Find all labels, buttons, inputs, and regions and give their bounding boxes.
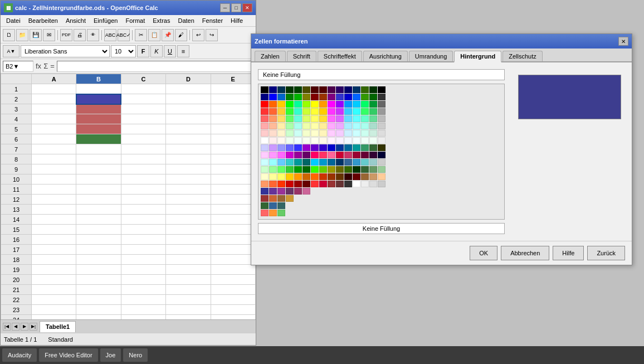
color-swatch[interactable]	[336, 159, 344, 166]
color-swatch[interactable]	[261, 123, 269, 129]
color-swatch[interactable]	[303, 115, 310, 122]
color-swatch[interactable]	[294, 159, 302, 166]
tab-hintergrund[interactable]: Hintergrund	[454, 51, 501, 62]
color-swatch[interactable]	[294, 137, 302, 144]
color-swatch[interactable]	[303, 94, 310, 100]
color-swatch[interactable]	[286, 144, 294, 151]
color-swatch[interactable]	[353, 86, 360, 93]
menu-einfuegen[interactable]: Einfügen	[90, 16, 121, 25]
formula-input[interactable]	[57, 61, 253, 72]
menu-daten[interactable]: Daten	[174, 16, 197, 25]
color-swatch[interactable]	[353, 152, 360, 158]
color-swatch[interactable]	[336, 166, 344, 173]
color-swatch[interactable]	[269, 137, 277, 144]
color-swatch[interactable]	[311, 181, 319, 187]
color-swatch[interactable]	[269, 181, 277, 187]
color-swatch[interactable]	[303, 173, 310, 180]
color-swatch[interactable]	[311, 94, 319, 100]
color-swatch[interactable]	[353, 101, 360, 108]
color-swatch[interactable]	[378, 159, 386, 166]
color-swatch[interactable]	[269, 166, 277, 173]
color-swatch[interactable]	[261, 210, 269, 216]
color-swatch[interactable]	[361, 101, 369, 108]
tab-zahlen[interactable]: Zahlen	[255, 51, 286, 61]
color-swatch[interactable]	[294, 86, 302, 93]
color-swatch[interactable]	[277, 188, 285, 195]
cell-B6[interactable]	[76, 134, 121, 144]
color-swatch[interactable]	[378, 173, 386, 180]
color-swatch[interactable]	[319, 101, 327, 108]
font-size-select[interactable]: 10	[111, 45, 136, 57]
cell-E1[interactable]	[211, 84, 255, 94]
color-swatch[interactable]	[277, 181, 285, 187]
color-swatch[interactable]	[303, 181, 310, 187]
color-swatch[interactable]	[303, 188, 310, 195]
color-swatch[interactable]	[277, 152, 285, 158]
color-swatch[interactable]	[269, 123, 277, 129]
cell-B5[interactable]	[76, 124, 121, 134]
pdf-btn[interactable]: PDF	[60, 29, 72, 41]
color-swatch[interactable]	[311, 152, 319, 158]
menu-datei[interactable]: Datei	[3, 16, 24, 25]
taskbar-nero[interactable]: Nero	[123, 348, 148, 362]
color-swatch[interactable]	[378, 166, 386, 173]
menu-format[interactable]: Format	[122, 16, 148, 25]
new-btn[interactable]: 🗋	[3, 29, 15, 41]
back-button[interactable]: Zurück	[587, 246, 625, 260]
cell-B1[interactable]	[76, 84, 121, 94]
color-swatch[interactable]	[269, 130, 277, 137]
cell-D4[interactable]	[166, 114, 211, 124]
color-swatch[interactable]	[319, 144, 327, 151]
color-swatch[interactable]	[277, 86, 285, 93]
cell-E4[interactable]	[211, 114, 255, 124]
col-header-D[interactable]: D	[166, 74, 211, 84]
color-swatch[interactable]	[286, 130, 294, 137]
sheet-nav-next[interactable]: ▶	[21, 323, 28, 331]
cell-A6[interactable]	[32, 134, 76, 144]
color-swatch[interactable]	[361, 123, 369, 129]
color-swatch[interactable]	[303, 159, 310, 166]
sigma-icon[interactable]: Σ	[43, 62, 48, 70]
color-swatch[interactable]	[336, 181, 344, 187]
color-swatch[interactable]	[261, 202, 269, 209]
color-swatch[interactable]	[303, 108, 310, 115]
color-swatch[interactable]	[277, 108, 285, 115]
no-fill-button[interactable]: Keine Füllung	[258, 69, 505, 80]
sheet-nav-last[interactable]: ▶|	[30, 323, 37, 331]
color-swatch[interactable]	[303, 130, 310, 137]
color-swatch[interactable]	[378, 152, 386, 158]
color-swatch[interactable]	[311, 159, 319, 166]
color-swatch[interactable]	[369, 86, 377, 93]
color-swatch[interactable]	[319, 152, 327, 158]
color-swatch[interactable]	[303, 137, 310, 144]
color-swatch[interactable]	[303, 166, 310, 173]
menu-hilfe[interactable]: Hilfe	[227, 16, 246, 25]
color-swatch[interactable]	[261, 181, 269, 187]
color-swatch[interactable]	[294, 108, 302, 115]
color-swatch[interactable]	[328, 173, 335, 180]
color-swatch[interactable]	[261, 108, 269, 115]
color-swatch[interactable]	[261, 137, 269, 144]
color-swatch[interactable]	[369, 159, 377, 166]
tab-ausrichtung[interactable]: Ausrichtung	[363, 51, 408, 61]
color-swatch[interactable]	[269, 210, 277, 216]
color-swatch[interactable]	[353, 94, 360, 100]
color-swatch[interactable]	[269, 202, 277, 209]
color-swatch[interactable]	[261, 94, 269, 100]
cell-C5[interactable]	[121, 124, 165, 134]
menu-fenster[interactable]: Fenster	[199, 16, 226, 25]
cell-B3[interactable]	[76, 104, 121, 114]
color-swatch[interactable]	[319, 159, 327, 166]
col-header-A[interactable]: A	[32, 74, 76, 84]
cut-btn[interactable]: ✂	[135, 29, 147, 41]
tab-zellschutz[interactable]: Zellschutz	[502, 51, 543, 61]
color-swatch[interactable]	[344, 108, 352, 115]
cell-D6[interactable]	[166, 134, 211, 144]
color-swatch[interactable]	[269, 115, 277, 122]
cell-D5[interactable]	[166, 124, 211, 134]
color-swatch[interactable]	[294, 181, 302, 187]
cancel-button[interactable]: Abbrechen	[501, 246, 549, 260]
color-swatch[interactable]	[303, 123, 310, 129]
color-swatch[interactable]	[286, 123, 294, 129]
color-swatch[interactable]	[261, 101, 269, 108]
